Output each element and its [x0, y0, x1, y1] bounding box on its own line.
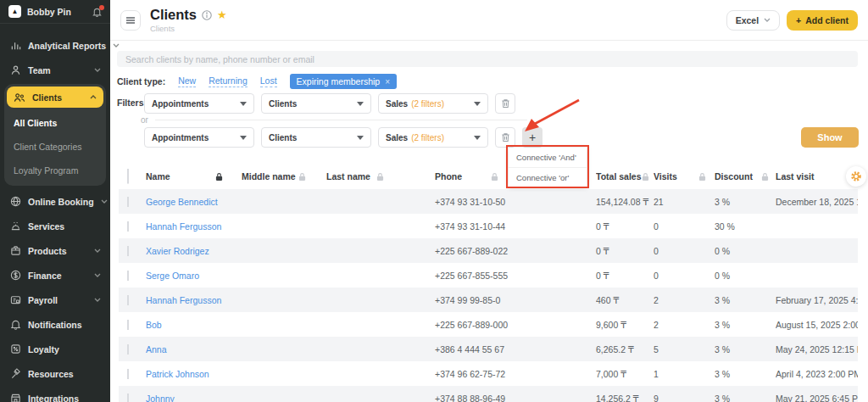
row-checkbox[interactable]	[127, 246, 129, 256]
sidebar-item-analytical-reports[interactable]: Analytical Reports	[0, 33, 110, 58]
chevron-down-icon	[94, 68, 101, 72]
table-row[interactable]: Bob +225 667-889-000 9,600 ₸ 2 3 % Augus…	[119, 312, 858, 337]
lock-icon[interactable]	[698, 172, 706, 181]
add-client-button[interactable]: + Add client	[787, 10, 858, 31]
visits-cell: 5	[654, 344, 715, 355]
client-type-link-lost[interactable]: Lost	[260, 75, 277, 88]
filter-select-value: Clients	[269, 133, 297, 142]
discount-cell: 3 %	[715, 344, 776, 355]
client-name-link[interactable]: Hannah Fergusson	[146, 221, 242, 232]
notifications-bell-icon[interactable]	[92, 7, 102, 17]
table-row[interactable]: George Bennedict +374 93 31-10-50 154,12…	[119, 189, 858, 214]
sidebar-item-payroll[interactable]: Payroll	[0, 288, 110, 312]
close-icon[interactable]: ×	[385, 77, 390, 87]
sidebar-item-products[interactable]: Products	[0, 238, 110, 263]
sidebar-subitem-client-categories[interactable]: Client Categories	[14, 135, 97, 159]
row-checkbox[interactable]	[127, 271, 129, 281]
page-title-block: Clients ★ Clients	[150, 7, 227, 33]
lock-icon[interactable]	[761, 172, 769, 181]
chevron-down-icon	[474, 136, 481, 140]
filter-select-sales[interactable]: Sales (2 filters)	[378, 127, 488, 148]
client-name-link[interactable]: George Bennedict	[146, 197, 242, 207]
total-sales-cell: 6,265.2 ₸	[596, 344, 654, 355]
filter-select-value: Appointments	[152, 133, 209, 142]
select-all-checkbox[interactable]	[127, 169, 129, 184]
page-title: Clients	[150, 7, 197, 23]
search-input[interactable]	[117, 51, 858, 67]
client-name-link[interactable]: Patrick Johnson	[146, 369, 242, 379]
visits-cell: 2	[654, 295, 715, 305]
table-settings-gear-icon[interactable]	[846, 166, 866, 187]
total-sales-cell: 14,256.2 ₸	[596, 394, 654, 402]
client-name-link[interactable]: Bob	[146, 320, 242, 330]
menu-item-connective-or[interactable]: Connective 'or'	[509, 167, 587, 187]
filter-select-clients[interactable]: Clients	[261, 127, 371, 148]
phone-cell: +225 667-855-555	[435, 271, 596, 281]
lock-icon[interactable]	[491, 172, 498, 181]
sidebar-item-online-booking[interactable]: Online Booking	[0, 189, 110, 214]
sidebar-item-clients[interactable]: Clients	[7, 87, 103, 108]
sidebar-item-notifications[interactable]: Notifications	[0, 312, 110, 337]
lock-icon[interactable]	[642, 172, 649, 181]
discount-cell: 3 %	[715, 197, 776, 207]
delete-filter-row-button[interactable]	[495, 93, 515, 114]
column-label: Middle name	[242, 171, 296, 181]
sidebar-item-integrations[interactable]: Integrations	[0, 386, 110, 402]
header-checkbox-cell	[127, 169, 146, 184]
breadcrumb: Clients	[150, 24, 227, 33]
filter-select-clients[interactable]: Clients	[261, 93, 371, 114]
delete-filter-row-button[interactable]	[495, 127, 515, 148]
expiring-membership-chip[interactable]: Expiring membership ×	[290, 74, 397, 89]
table-row[interactable]: Patrick Johnson +374 96 62-75-72 7,000 ₸…	[119, 361, 858, 386]
phone-cell: +225 667-889-022	[435, 246, 596, 256]
client-name-link[interactable]: Hannah Fergusson	[146, 295, 242, 305]
menu-toggle-button[interactable]	[120, 10, 141, 31]
sidebar-item-team[interactable]: Team	[0, 58, 110, 82]
sidebar-item-finance[interactable]: Finance	[0, 263, 110, 288]
row-checkbox[interactable]	[127, 295, 129, 305]
lock-icon[interactable]	[376, 172, 384, 181]
client-type-link-returning[interactable]: Returning	[209, 75, 248, 88]
filter-select-appointments[interactable]: Appointments	[144, 127, 254, 148]
table-row[interactable]: Anna +386 4 444 55 67 6,265.2 ₸ 5 3 % Ma…	[119, 337, 858, 361]
table-row[interactable]: Serge Omaro +225 667-855-555 0 ₸ 0 0 %	[119, 263, 858, 288]
favorite-star-icon[interactable]: ★	[217, 9, 227, 20]
row-checkbox[interactable]	[127, 221, 129, 232]
visits-cell: 0	[654, 271, 715, 281]
row-checkbox[interactable]	[127, 344, 129, 355]
add-filter-row-button[interactable]: +	[522, 127, 542, 148]
table-row[interactable]: Hannah Fergusson +374 99 99-85-0 460 ₸ 2…	[119, 288, 858, 312]
lock-icon[interactable]	[215, 172, 223, 181]
chevron-down-icon	[94, 248, 101, 253]
row-checkbox[interactable]	[127, 320, 129, 330]
discount-cell: 0 %	[715, 246, 776, 256]
row-checkbox[interactable]	[127, 369, 129, 379]
column-label: Phone	[435, 171, 462, 181]
client-type-link-new[interactable]: New	[178, 75, 196, 88]
sidebar-subitem-loyalty-program[interactable]: Loyalty Program	[14, 159, 97, 182]
table-row[interactable]: Xavier Rodrigez +225 667-889-022 0 ₸ 0 0…	[119, 238, 858, 263]
client-name-link[interactable]: Xavier Rodrigez	[146, 246, 242, 256]
filter-select-sales[interactable]: Sales (2 filters)	[378, 93, 488, 114]
row-checkbox[interactable]	[127, 394, 129, 402]
menu-item-connective-and[interactable]: Connective 'And'	[509, 148, 587, 167]
client-name-link[interactable]: Anna	[146, 344, 242, 355]
lock-icon[interactable]	[298, 172, 306, 181]
row-checkbox[interactable]	[127, 197, 129, 207]
sidebar-subitem-all-clients[interactable]: All Clients	[14, 111, 97, 135]
client-name-link[interactable]: Serge Omaro	[146, 271, 242, 281]
filter-select-appointments[interactable]: Appointments	[144, 93, 254, 114]
client-type-row: Client type: New Returning Lost Expiring…	[117, 74, 397, 89]
sidebar-item-resources[interactable]: Resources	[0, 361, 110, 386]
service-bell-icon	[9, 221, 21, 232]
table-row[interactable]: Hannah Fergusson +374 93 31-10-44 0 ₸ 0 …	[119, 214, 858, 238]
filter-select-value: Sales	[386, 133, 408, 142]
last-visit-cell: December 18, 2025 12:30 PM	[776, 197, 858, 207]
sidebar-item-services[interactable]: Services	[0, 214, 110, 238]
excel-export-button[interactable]: Excel	[726, 10, 780, 31]
table-row[interactable]: Johnny +374 88 88-96-49 14,256.2 ₸ 9 3 %…	[119, 386, 858, 402]
sidebar-item-loyalty[interactable]: Loyalty	[0, 337, 110, 361]
client-name-link[interactable]: Johnny	[146, 394, 242, 402]
show-button[interactable]: Show	[801, 127, 859, 148]
info-icon[interactable]	[202, 10, 212, 20]
